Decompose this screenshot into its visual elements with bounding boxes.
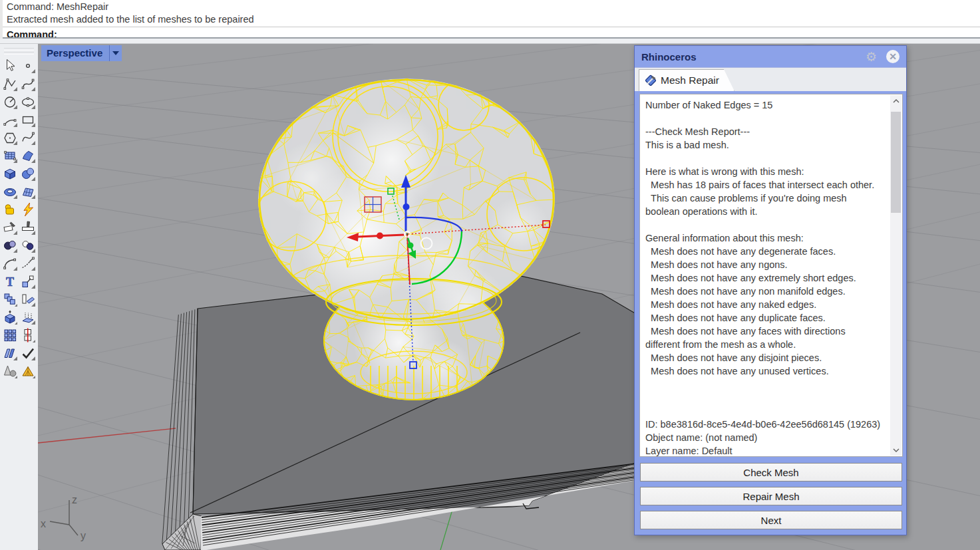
scroll-down-button[interactable] bbox=[890, 444, 901, 456]
primitives-icon bbox=[2, 363, 18, 379]
split-icon bbox=[20, 219, 36, 235]
split-object-icon bbox=[20, 327, 36, 343]
tool-extrude-solid[interactable] bbox=[1, 309, 19, 326]
tool-curve-control-points[interactable] bbox=[19, 75, 37, 92]
extrude-icon bbox=[2, 309, 18, 325]
tool-rectangle[interactable] bbox=[19, 111, 37, 128]
toolbar-icons: T bbox=[0, 57, 38, 380]
close-icon[interactable]: ✕ bbox=[886, 50, 899, 63]
tool-solid-primitives[interactable] bbox=[1, 362, 19, 380]
command-bar-border bbox=[3, 37, 980, 39]
command-bar[interactable]: Command: MeshRepair Extracted mesh added… bbox=[0, 0, 980, 39]
tool-extend-curve[interactable] bbox=[19, 255, 37, 272]
command-history-line: Extracted mesh added to the list of mesh… bbox=[3, 13, 980, 25]
tool-paste[interactable] bbox=[19, 291, 37, 308]
tool-mesh-surface[interactable] bbox=[19, 183, 37, 200]
viewport-menu-dropdown[interactable] bbox=[109, 45, 122, 61]
mesh-pyramid-icon bbox=[20, 363, 36, 379]
trim-icon bbox=[2, 219, 18, 235]
tool-surface-patch[interactable] bbox=[19, 147, 37, 164]
tool-move[interactable] bbox=[19, 273, 37, 290]
tool-torus[interactable] bbox=[1, 183, 19, 200]
tool-mesh-primitives[interactable] bbox=[19, 362, 37, 380]
mesh-repair-dialog: Rhinoceros ⚙ ✕ Mesh Repair Number of Nak… bbox=[634, 45, 907, 535]
main-toolbar: T bbox=[0, 44, 38, 550]
chevron-up-icon bbox=[892, 98, 900, 104]
tool-check-objects[interactable] bbox=[19, 344, 37, 362]
tool-single-point[interactable] bbox=[19, 57, 37, 74]
tool-trim[interactable] bbox=[1, 219, 19, 236]
arc-icon bbox=[2, 112, 18, 128]
ellipse-icon bbox=[20, 94, 36, 110]
polyline-icon bbox=[2, 76, 18, 92]
tool-box[interactable] bbox=[1, 165, 19, 182]
axis-z-label: z bbox=[72, 494, 77, 505]
rectangle-icon bbox=[20, 112, 36, 128]
command-prompt-input[interactable]: Command: bbox=[3, 27, 980, 41]
tool-select-pointer[interactable] bbox=[1, 57, 19, 74]
scroll-up-button[interactable] bbox=[890, 95, 901, 106]
grid-array-icon bbox=[2, 327, 18, 343]
torus-icon bbox=[2, 184, 18, 200]
repair-mesh-button[interactable]: Repair Mesh bbox=[640, 487, 902, 505]
svg-text:T: T bbox=[5, 275, 13, 289]
array-icon bbox=[20, 309, 36, 325]
axis-x-label: x bbox=[41, 518, 46, 529]
chevron-down-icon bbox=[892, 448, 900, 453]
check-icon bbox=[20, 345, 36, 361]
scrollbar-thumb[interactable] bbox=[891, 112, 901, 213]
tool-split[interactable] bbox=[19, 219, 37, 236]
chevron-down-icon bbox=[112, 51, 119, 55]
dialog-tab-strip: Mesh Repair bbox=[635, 67, 906, 91]
tool-fillet-curves[interactable] bbox=[1, 255, 19, 272]
tool-circle[interactable] bbox=[1, 93, 19, 110]
tool-explode[interactable] bbox=[19, 201, 37, 218]
next-button[interactable]: Next bbox=[640, 511, 902, 529]
lightning-icon bbox=[20, 202, 36, 217]
text-icon: T bbox=[2, 273, 18, 289]
puzzle-icon bbox=[2, 202, 18, 217]
freeform-curve-icon bbox=[20, 130, 36, 146]
settings-icon[interactable]: ⚙ bbox=[866, 51, 877, 63]
tool-split-object[interactable] bbox=[19, 327, 37, 344]
dialog-titlebar[interactable]: Rhinoceros ⚙ ✕ bbox=[635, 46, 906, 67]
boolean-difference-icon bbox=[20, 237, 36, 253]
fillet-icon bbox=[2, 255, 18, 271]
tool-join[interactable] bbox=[1, 344, 19, 362]
check-mesh-report-panel[interactable]: Number of Naked Edges = 15 ---Check Mesh… bbox=[639, 94, 903, 457]
viewport-title-perspective[interactable]: Perspective bbox=[41, 45, 122, 61]
extend-icon bbox=[20, 255, 36, 271]
toolbar-grip[interactable] bbox=[4, 48, 34, 51]
report-scrollbar[interactable] bbox=[890, 95, 901, 456]
tool-copy[interactable] bbox=[1, 291, 19, 308]
check-mesh-button[interactable]: Check Mesh bbox=[640, 463, 902, 481]
join-icon bbox=[2, 345, 18, 361]
tool-surface-from-points[interactable] bbox=[1, 147, 19, 164]
boolean-union-icon bbox=[2, 237, 18, 253]
tool-freeform-curve[interactable] bbox=[19, 129, 37, 146]
box-icon bbox=[2, 166, 18, 182]
tool-array[interactable] bbox=[19, 309, 37, 326]
tab-label: Mesh Repair bbox=[661, 74, 719, 86]
tool-sphere[interactable] bbox=[19, 165, 37, 182]
move-icon bbox=[20, 273, 36, 289]
tool-boolean-union[interactable] bbox=[1, 237, 19, 254]
tab-mesh-repair[interactable]: Mesh Repair bbox=[639, 69, 735, 91]
tool-ellipse[interactable] bbox=[19, 93, 37, 110]
check-mesh-report-text: Number of Naked Edges = 15 ---Check Mesh… bbox=[640, 94, 890, 456]
tool-group[interactable] bbox=[1, 201, 19, 218]
tool-boolean-difference[interactable] bbox=[19, 237, 37, 254]
mesh-repair-hammer-icon bbox=[644, 74, 657, 87]
viewport-title-label: Perspective bbox=[41, 45, 109, 61]
mesh-surface-icon bbox=[20, 184, 36, 200]
tool-arc[interactable] bbox=[1, 111, 19, 128]
curve-icon bbox=[20, 76, 36, 92]
surface-points-icon bbox=[2, 148, 18, 164]
tool-polygon[interactable] bbox=[1, 129, 19, 146]
copy-icon bbox=[2, 291, 18, 307]
dialog-title: Rhinoceros bbox=[641, 51, 866, 63]
tool-text-object[interactable]: T bbox=[1, 273, 19, 290]
tool-rectangular-array[interactable] bbox=[1, 327, 19, 344]
tool-polyline[interactable] bbox=[1, 75, 19, 92]
toolbar-grip[interactable] bbox=[4, 52, 34, 55]
